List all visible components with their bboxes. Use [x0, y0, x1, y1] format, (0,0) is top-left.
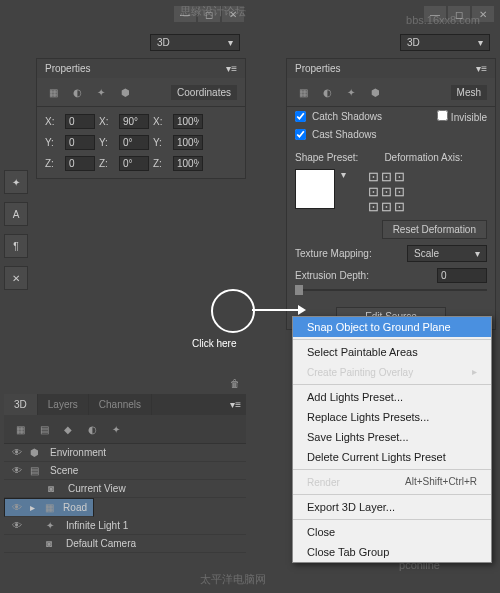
env-icon: ⬢	[30, 447, 44, 458]
menu-close[interactable]: Close	[293, 522, 491, 542]
layer-row-selected[interactable]: 👁▸▦Road	[4, 498, 94, 517]
filter-cam-icon[interactable]: ✦	[108, 421, 124, 437]
scene-icon[interactable]: ⬢	[367, 84, 383, 100]
catch-shadows-checkbox[interactable]	[295, 111, 306, 122]
y-rot-input[interactable]	[119, 135, 149, 150]
mode-label: Coordinates	[171, 85, 237, 100]
filter-mat-icon[interactable]: ◐	[84, 421, 100, 437]
visibility-icon[interactable]: 👁	[10, 447, 24, 458]
mesh-icon: ▦	[45, 502, 58, 513]
material-icon[interactable]: ◐	[319, 84, 335, 100]
menu-render[interactable]: RenderAlt+Shift+Ctrl+R	[293, 472, 491, 492]
light-icon[interactable]: ✦	[343, 84, 359, 100]
wrench-icon[interactable]: ✕	[4, 266, 28, 290]
mode-label: Mesh	[451, 85, 487, 100]
tool-icon[interactable]: ✦	[4, 170, 28, 194]
reset-deformation-button[interactable]: Reset Deformation	[382, 220, 487, 239]
annotation-label: Click here	[192, 338, 236, 349]
filter-env-icon[interactable]: ▦	[12, 421, 28, 437]
annotation-circle	[211, 289, 255, 333]
material-icon[interactable]: ◐	[69, 84, 85, 100]
3d-mode-select[interactable]: 3D▾	[150, 34, 240, 51]
z-pos-input[interactable]	[65, 156, 95, 171]
scene-icon: ▤	[30, 465, 44, 476]
z-scale-input[interactable]	[173, 156, 203, 171]
filter-mesh-icon[interactable]: ◆	[60, 421, 76, 437]
menu-snap-object[interactable]: Snap Object to Ground Plane	[293, 317, 491, 337]
texture-mapping-select[interactable]: Scale▾	[407, 245, 487, 262]
trash-icon[interactable]: 🗑	[227, 375, 243, 391]
mesh-icon[interactable]: ▦	[295, 84, 311, 100]
menu-add-lights[interactable]: Add Lights Preset...	[293, 387, 491, 407]
3d-mode-select[interactable]: 3D▾	[400, 34, 490, 51]
menu-select-paintable[interactable]: Select Paintable Areas	[293, 342, 491, 362]
y-pos-input[interactable]	[65, 135, 95, 150]
panel-menu-icon[interactable]: ▾≡	[226, 63, 237, 74]
extrusion-slider[interactable]	[295, 289, 487, 291]
camera-icon: ◙	[46, 538, 60, 549]
menu-export-3d[interactable]: Export 3D Layer...	[293, 497, 491, 517]
deformation-axis-grid[interactable]: ⊡⊡⊡⊡⊡⊡⊡⊡⊡	[368, 169, 407, 214]
annotation-arrow	[252, 309, 300, 311]
menu-close-tab-group[interactable]: Close Tab Group	[293, 542, 491, 562]
tab-3d[interactable]: 3D	[4, 394, 38, 415]
panel-title: Properties	[45, 63, 91, 74]
camera-icon: ◙	[48, 483, 62, 494]
context-menu: Snap Object to Ground Plane Select Paint…	[292, 316, 492, 563]
type-icon[interactable]: A	[4, 202, 28, 226]
menu-delete-lights[interactable]: Delete Current Lights Preset	[293, 447, 491, 467]
layer-row[interactable]: ◙Current View	[4, 480, 246, 498]
cast-shadows-checkbox[interactable]	[295, 129, 306, 140]
tab-layers[interactable]: Layers	[38, 394, 89, 415]
filter-light-icon[interactable]: ▤	[36, 421, 52, 437]
invisible-checkbox[interactable]	[437, 110, 448, 121]
panel-title: Properties	[295, 63, 341, 74]
x-pos-input[interactable]	[65, 114, 95, 129]
z-rot-input[interactable]	[119, 156, 149, 171]
extrusion-depth-input[interactable]	[437, 268, 487, 283]
select-value: 3D	[157, 37, 170, 48]
menu-save-lights[interactable]: Save Lights Preset...	[293, 427, 491, 447]
layer-row[interactable]: 👁⬢Environment	[4, 444, 246, 462]
watermark: 太平洋电脑网	[200, 572, 266, 587]
shape-preset-swatch[interactable]	[295, 169, 335, 209]
light-icon: ✦	[46, 520, 60, 531]
light-icon[interactable]: ✦	[93, 84, 109, 100]
layer-row[interactable]: ◙Default Camera	[4, 535, 246, 553]
visibility-icon[interactable]: 👁	[10, 465, 24, 476]
y-scale-input[interactable]	[173, 135, 203, 150]
visibility-icon[interactable]: 👁	[10, 520, 24, 531]
watermark: bbs.16xx8.com	[406, 14, 480, 26]
menu-create-overlay: Create Painting Overlay▸	[293, 362, 491, 382]
panel-flyout-icon[interactable]: ▾≡	[225, 394, 246, 415]
menu-replace-lights[interactable]: Replace Lights Presets...	[293, 407, 491, 427]
watermark: 思缘设计论坛	[180, 4, 246, 19]
scene-icon[interactable]: ⬢	[117, 84, 133, 100]
visibility-icon[interactable]: 👁	[11, 502, 24, 513]
x-rot-input[interactable]	[119, 114, 149, 129]
panel-menu-icon[interactable]: ▾≡	[476, 63, 487, 74]
layer-row[interactable]: 👁✦Infinite Light 1	[4, 517, 246, 535]
tab-channels[interactable]: Channels	[89, 394, 152, 415]
mesh-icon[interactable]: ▦	[45, 84, 61, 100]
para-icon[interactable]: ¶	[4, 234, 28, 258]
x-scale-input[interactable]	[173, 114, 203, 129]
layer-row[interactable]: 👁▤Scene	[4, 462, 246, 480]
